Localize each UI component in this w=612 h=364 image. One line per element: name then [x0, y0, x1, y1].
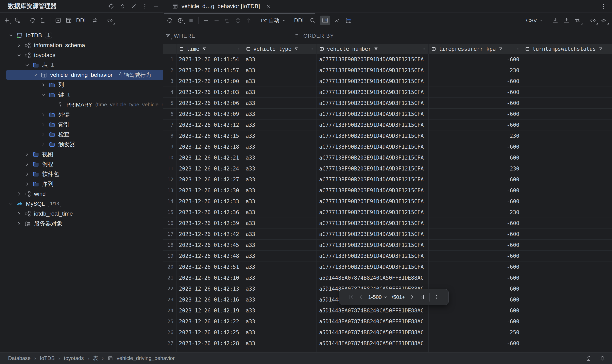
chevron-right-icon[interactable]: [23, 152, 31, 157]
row-number-cell[interactable]: 26: [163, 327, 177, 338]
column-header-vehicle_number[interactable]: vehicle_number: [317, 44, 429, 54]
cell-tirepressurerr-kpa[interactable]: 230: [429, 163, 522, 174]
cell-time[interactable]: 2023-12-26 01:42:39: [177, 218, 243, 229]
breadcrumb-toyotads[interactable]: toyotads: [64, 355, 84, 361]
cell-tirepressurerr-kpa[interactable]: -600: [429, 305, 522, 316]
cell-vehicle-type[interactable]: a33: [243, 119, 317, 130]
tree-item--[interactable]: 检查: [0, 130, 163, 139]
tree-item--[interactable]: 表1: [0, 60, 163, 70]
column-header-tirepressurerr_kpa[interactable]: tirepressurerr_kpa: [429, 44, 522, 54]
cell-tirepressurerr-kpa[interactable]: -600: [429, 54, 522, 65]
tree-item-primary[interactable]: PRIMARY(time, vehicle_type, vehicle_numb: [0, 100, 163, 110]
cell-vehicle-type[interactable]: a33: [243, 327, 317, 338]
cell-tirepressurerr-kpa[interactable]: -600: [429, 250, 522, 261]
editor-options-icon[interactable]: [600, 3, 607, 10]
cell-vehicle-number[interactable]: aC77713BF90B203E91D4DA9D3F1215CFA: [317, 174, 429, 185]
prev-page-icon[interactable]: [358, 294, 364, 300]
cell-vehicle-number[interactable]: aC77713BF90B203E91D4DA9D3F1215CFA: [317, 207, 429, 218]
cell-turnlampswitchstatus[interactable]: [522, 207, 612, 218]
cell-turnlampswitchstatus[interactable]: [522, 283, 612, 294]
tree-item-information_schema[interactable]: information_schema: [0, 40, 163, 50]
tree-item--[interactable]: 列: [0, 80, 163, 90]
ddl-button[interactable]: DDL: [76, 17, 87, 24]
chevron-down-icon[interactable]: [15, 52, 23, 58]
cell-vehicle-number[interactable]: aC77713BF90B203E91D4DA9D3F1215CFA: [317, 185, 429, 196]
chevron-right-icon[interactable]: [23, 171, 31, 177]
breadcrumb-database[interactable]: Database: [8, 355, 30, 361]
cell-tirepressurerr-kpa[interactable]: 230: [429, 130, 522, 141]
tree-item--[interactable]: 例程: [0, 159, 163, 169]
cell-vehicle-type[interactable]: a33: [243, 130, 317, 141]
cell-vehicle-number[interactable]: aC77713BF90B203E91D4DA9D3F1215CFA: [317, 240, 429, 250]
import-data-icon[interactable]: [563, 17, 570, 24]
row-number-cell[interactable]: 3: [163, 76, 177, 87]
chevron-right-icon[interactable]: [39, 112, 47, 117]
tree-item-wind[interactable]: wind: [0, 189, 163, 199]
chevron-right-icon[interactable]: [23, 181, 31, 187]
tree-item--[interactable]: 触发器: [0, 139, 163, 149]
row-number-cell[interactable]: 16: [163, 218, 177, 229]
cell-time[interactable]: 2023-12-26 01:42:31: [177, 349, 243, 352]
cell-vehicle-type[interactable]: a33: [243, 54, 317, 65]
cell-time[interactable]: 2023-12-26 01:42:36: [177, 207, 243, 218]
cell-turnlampswitchstatus[interactable]: [522, 349, 612, 352]
cell-turnlampswitchstatus[interactable]: [522, 54, 612, 65]
cell-vehicle-type[interactable]: a33: [243, 316, 317, 327]
chevron-down-icon[interactable]: [39, 92, 47, 98]
row-number-cell[interactable]: 13: [163, 185, 177, 196]
cell-turnlampswitchstatus[interactable]: [522, 338, 612, 349]
cell-vehicle-type[interactable]: a33: [243, 185, 317, 196]
row-number-cell[interactable]: 9: [163, 141, 177, 152]
pager-options-icon[interactable]: [434, 294, 440, 300]
cell-time[interactable]: 2023-12-26 01:42:21: [177, 152, 243, 163]
auto-refresh-icon[interactable]: [177, 17, 184, 24]
column-header-turnlampswitchstatus[interactable]: turnlampswitchstatus: [522, 44, 612, 54]
cell-turnlampswitchstatus[interactable]: [522, 130, 612, 141]
cell-time[interactable]: 2023-12-26 01:42:48: [177, 250, 243, 261]
cell-tirepressurerr-kpa[interactable]: -600: [429, 273, 522, 283]
chevron-right-icon[interactable]: [39, 142, 47, 147]
cell-turnlampswitchstatus[interactable]: [522, 305, 612, 316]
cell-turnlampswitchstatus[interactable]: [522, 185, 612, 196]
add-row-icon[interactable]: [202, 17, 209, 24]
cell-vehicle-type[interactable]: a33: [243, 163, 317, 174]
row-number-cell[interactable]: 10: [163, 152, 177, 163]
cell-turnlampswitchstatus[interactable]: [522, 65, 612, 76]
cell-tirepressurerr-kpa[interactable]: -600: [429, 196, 522, 207]
where-label[interactable]: WHERE: [174, 33, 195, 39]
row-number-cell[interactable]: 5: [163, 98, 177, 109]
cell-time[interactable]: 2023-12-26 01:42:33: [177, 196, 243, 207]
cell-vehicle-type[interactable]: a33: [243, 109, 317, 119]
cell-tirepressurerr-kpa[interactable]: -600: [429, 119, 522, 130]
chevron-down-icon[interactable]: [7, 201, 15, 207]
tree-item--[interactable]: 键1: [0, 90, 163, 100]
row-number-cell[interactable]: 7: [163, 119, 177, 130]
cell-tirepressurerr-kpa[interactable]: -600: [429, 98, 522, 109]
cell-vehicle-type[interactable]: a33: [243, 152, 317, 163]
cell-tirepressurerr-kpa[interactable]: 250: [429, 327, 522, 338]
tab-vehicle-driving-behavior[interactable]: vehicle_d…g_behavior [IoTDB]: [172, 3, 271, 10]
cell-time[interactable]: 2023-12-26 01:42:13: [177, 283, 243, 294]
orderby-group[interactable]: ORDER BY: [295, 33, 334, 39]
cell-vehicle-number[interactable]: a5D1448EA07874B8240CA50FFB1DE88AC: [317, 327, 429, 338]
search-icon[interactable]: [309, 17, 316, 24]
cell-time[interactable]: 2023-12-26 01:42:15: [177, 130, 243, 141]
cell-vehicle-number[interactable]: aC77713BF90B203E91D4DA9D3F1215CFA: [317, 65, 429, 76]
cell-tirepressurerr-kpa[interactable]: 230: [429, 65, 522, 76]
open-table-icon[interactable]: [65, 17, 72, 24]
tree-item--[interactable]: 软件包: [0, 169, 163, 179]
row-number-cell[interactable]: 11: [163, 163, 177, 174]
cell-turnlampswitchstatus[interactable]: [522, 87, 612, 98]
export-data-icon[interactable]: [552, 17, 559, 24]
cell-time[interactable]: 2023-12-26 01:42:18: [177, 141, 243, 152]
settings-icon[interactable]: [600, 17, 608, 24]
cell-vehicle-number[interactable]: aC77713BF90B203E91D4DA9D3F1215CFA: [317, 261, 429, 273]
chart-view-icon[interactable]: [334, 17, 341, 24]
cell-vehicle-type[interactable]: a33: [243, 65, 317, 76]
cell-vehicle-number[interactable]: a5D1448EA07874B8240CA50FFB1DE88AC: [317, 338, 429, 349]
cell-vehicle-type[interactable]: a33: [243, 218, 317, 229]
filter-panel-button[interactable]: [320, 15, 330, 25]
row-number-cell[interactable]: 22: [163, 283, 177, 294]
cell-vehicle-number[interactable]: aC77713BF90B203E91D4DA9D3F1215CFA: [317, 141, 429, 152]
cell-vehicle-type[interactable]: a33: [243, 87, 317, 98]
